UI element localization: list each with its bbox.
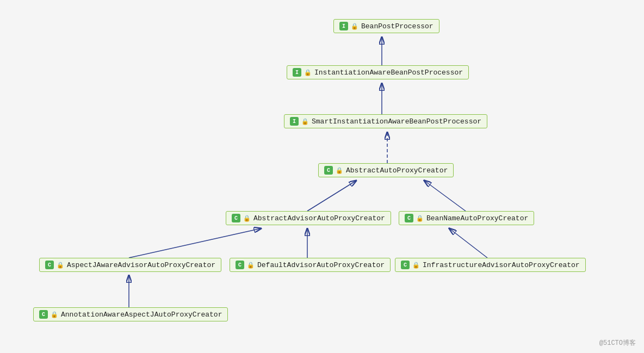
node-annotation-aware: C 🔒 AnnotationAwareAspectJAutoProxyCreat… xyxy=(33,307,228,321)
svg-line-7 xyxy=(129,228,261,258)
node-aspectj-aware: C 🔒 AspectJAwareAdvisorAutoProxyCreator xyxy=(39,258,221,272)
badge-interface: I xyxy=(290,117,299,126)
lock-icon: 🔒 xyxy=(243,215,251,222)
badge-class: C xyxy=(236,261,244,269)
watermark: @51CTO博客 xyxy=(599,338,636,348)
node-bean-post-processor: I 🔒 BeanPostProcessor xyxy=(333,19,439,33)
lock-icon: 🔒 xyxy=(416,215,424,222)
node-label: AnnotationAwareAspectJAutoProxyCreator xyxy=(61,311,222,319)
svg-line-9 xyxy=(449,228,487,258)
node-infrastructure-advisor: C 🔒 InfrastructureAdvisorAutoProxyCreato… xyxy=(395,258,586,272)
lock-icon: 🔒 xyxy=(336,167,343,174)
node-label: InstantiationAwareBeanPostProcessor xyxy=(314,69,463,77)
lock-icon: 🔒 xyxy=(247,262,255,269)
node-label: AbstractAutoProxyCreator xyxy=(346,166,448,175)
badge-class: C xyxy=(324,166,333,175)
badge-class: C xyxy=(232,214,240,222)
node-label: AspectJAwareAdvisorAutoProxyCreator xyxy=(67,261,215,269)
node-label: BeanPostProcessor xyxy=(361,22,434,30)
node-label: SmartInstantiationAwareBeanPostProcessor xyxy=(312,117,481,126)
badge-interface: I xyxy=(339,22,348,30)
badge-class: C xyxy=(39,310,48,319)
node-label: BeanNameAutoProxyCreator xyxy=(426,214,528,222)
badge-class: C xyxy=(45,261,54,269)
node-instantiation-aware: I 🔒 InstantiationAwareBeanPostProcessor xyxy=(287,65,469,79)
svg-line-6 xyxy=(424,181,466,211)
node-abstract-auto-proxy: C 🔒 AbstractAutoProxyCreator xyxy=(318,163,454,177)
lock-icon: 🔒 xyxy=(57,262,64,269)
node-default-advisor: C 🔒 DefaultAdvisorAutoProxyCreator xyxy=(230,258,391,272)
lock-icon: 🔒 xyxy=(304,69,312,76)
lock-icon: 🔒 xyxy=(51,311,58,318)
badge-interface: I xyxy=(293,68,301,77)
node-label: InfrastructureAdvisorAutoProxyCreator xyxy=(423,261,580,269)
lock-icon: 🔒 xyxy=(301,118,309,125)
badge-class: C xyxy=(401,261,410,269)
node-abstract-advisor: C 🔒 AbstractAdvisorAutoProxyCreator xyxy=(226,211,391,225)
diagram-container: I 🔒 BeanPostProcessor I 🔒 InstantiationA… xyxy=(0,0,644,353)
node-label: DefaultAdvisorAutoProxyCreator xyxy=(257,261,385,269)
lock-icon: 🔒 xyxy=(412,262,420,269)
svg-line-5 xyxy=(307,181,356,211)
node-bean-name-auto-proxy: C 🔒 BeanNameAutoProxyCreator xyxy=(399,211,534,225)
node-label: AbstractAdvisorAutoProxyCreator xyxy=(253,214,385,222)
badge-class: C xyxy=(405,214,413,222)
lock-icon: 🔒 xyxy=(351,23,358,30)
node-smart-instantiation: I 🔒 SmartInstantiationAwareBeanPostProce… xyxy=(284,114,487,128)
